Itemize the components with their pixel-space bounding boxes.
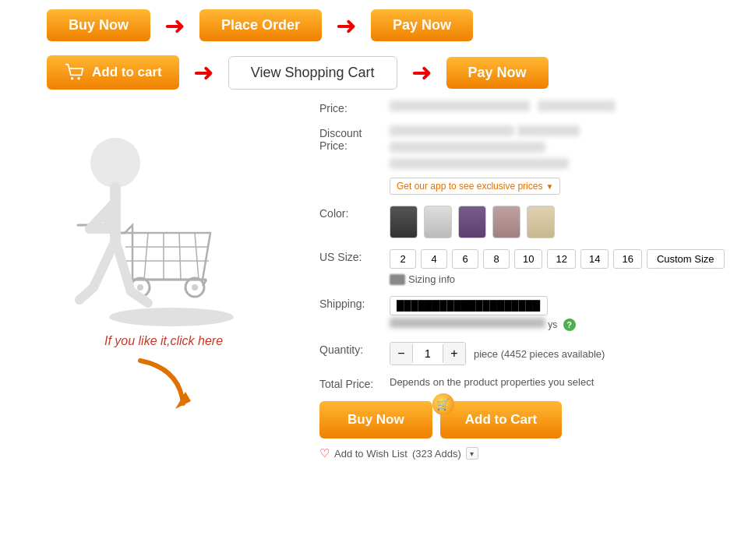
quantity-available: piece (4452 pieces available) <box>474 348 605 360</box>
action-buttons: Buy Now 🛒 Add to Cart <box>319 401 725 438</box>
total-price-label: Total Price: <box>319 376 390 390</box>
price-value <box>390 100 725 114</box>
wishlist-dropdown-icon[interactable]: ▾ <box>466 447 478 460</box>
add-to-cart-action-label: Add to Cart <box>465 412 538 427</box>
heart-icon: ♡ <box>319 446 330 460</box>
price-blurred-2 <box>538 100 616 111</box>
svg-line-23 <box>115 241 131 291</box>
wishlist-label: Add to Wish List <box>334 448 408 460</box>
size-2[interactable]: 2 <box>390 249 416 269</box>
cart-bubble-icon: 🛒 <box>432 393 454 415</box>
svg-line-3 <box>144 233 148 280</box>
shipping-row: Shipping: ████████████████████ ys ? <box>319 296 725 331</box>
svg-point-1 <box>77 77 79 79</box>
svg-line-24 <box>131 291 148 303</box>
click-here-label: If you like it,click here <box>23 334 304 348</box>
left-panel: If you like it,click here <box>23 100 304 460</box>
size-label: US Size: <box>319 249 390 263</box>
svg-line-6 <box>195 233 199 280</box>
size-grid: 2 4 6 8 10 12 14 16 Custom Size <box>390 249 725 269</box>
sizing-info-link[interactable]: Sizing info <box>390 273 725 285</box>
price-row: Price: <box>319 100 725 114</box>
total-price-row: Total Price: Depends on the product prop… <box>319 376 725 390</box>
quantity-input[interactable] <box>412 344 443 363</box>
size-8[interactable]: 8 <box>483 249 510 269</box>
arrow-3: ➜ <box>193 60 214 85</box>
disc-blurred-3 <box>390 142 545 153</box>
svg-point-13 <box>192 284 198 291</box>
color-row: Color: <box>319 206 725 238</box>
color-swatch-4[interactable] <box>492 206 520 238</box>
shopping-figure-illustration <box>47 100 280 326</box>
size-10[interactable]: 10 <box>514 249 542 269</box>
price-blurred-1 <box>390 100 530 111</box>
click-arrow <box>23 353 304 418</box>
color-label: Color: <box>319 206 390 220</box>
total-price-text: Depends on the product properties you se… <box>390 376 594 388</box>
disc-blurred-2 <box>517 125 580 136</box>
svg-point-2 <box>109 308 234 326</box>
add-to-cart-flow-label: Add to cart <box>92 65 162 80</box>
disc-blurred-4 <box>390 158 569 169</box>
discount-price-row: Discount Price: Get our app to see exclu… <box>319 125 725 195</box>
color-swatch-2[interactable] <box>424 206 452 238</box>
arrow-1: ➜ <box>164 13 185 38</box>
shipping-label: Shipping: <box>319 296 390 310</box>
custom-size-button[interactable]: Custom Size <box>647 249 725 269</box>
quantity-value: − + piece (4452 pieces available) <box>390 342 725 365</box>
buy-now-action-button[interactable]: Buy Now <box>319 401 432 438</box>
svg-line-21 <box>94 241 115 287</box>
quantity-label: Quantity: <box>319 342 390 356</box>
size-6[interactable]: 6 <box>452 249 478 269</box>
size-12[interactable]: 12 <box>547 249 575 269</box>
figure-container <box>47 100 280 326</box>
quantity-decrease[interactable]: − <box>390 343 412 365</box>
size-row: US Size: 2 4 6 8 10 12 14 16 Custom Size… <box>319 249 725 285</box>
buy-now-top-button[interactable]: Buy Now <box>47 9 150 41</box>
size-4[interactable]: 4 <box>421 249 447 269</box>
sizing-info-label: Sizing info <box>408 273 455 285</box>
color-swatch-1[interactable] <box>390 206 418 238</box>
shipping-blurred-text <box>390 318 545 328</box>
shipping-subtext: ys ? <box>390 318 725 331</box>
svg-line-5 <box>179 233 181 280</box>
wishlist-count: (323 Adds) <box>412 448 461 460</box>
cart-icon <box>64 63 86 82</box>
quantity-row: Quantity: − + piece (4452 pieces availab… <box>319 342 725 365</box>
place-order-button[interactable]: Place Order <box>199 9 322 41</box>
arrow-2: ➜ <box>336 13 357 38</box>
size-14[interactable]: 14 <box>580 249 609 269</box>
main-content: If you like it,click here Price: Discoun… <box>0 100 748 460</box>
add-to-cart-action-button[interactable]: 🛒 Add to Cart <box>440 401 563 438</box>
shipping-days: ys <box>548 319 557 330</box>
second-flow-bar: Add to cart ➜ View Shopping Cart ➜ Pay N… <box>0 51 748 100</box>
svg-point-12 <box>137 284 143 291</box>
svg-point-0 <box>71 77 73 79</box>
pay-now-second-button[interactable]: Pay Now <box>446 57 549 89</box>
add-to-cart-flow-button[interactable]: Add to cart <box>47 55 179 90</box>
right-panel: Price: Discount Price: <box>304 100 725 460</box>
color-swatch-3[interactable] <box>458 206 486 238</box>
svg-point-16 <box>90 138 140 188</box>
disc-blurred-1 <box>390 125 514 136</box>
top-flow-bar: Buy Now ➜ Place Order ➜ Pay Now <box>0 0 748 51</box>
sizing-info-icon <box>390 274 405 285</box>
quantity-increase[interactable]: + <box>443 343 465 365</box>
discount-value: Get our app to see exclusive prices <box>390 125 725 195</box>
price-label: Price: <box>319 100 390 114</box>
size-value: 2 4 6 8 10 12 14 16 Custom Size Sizing i… <box>390 249 725 285</box>
shipping-value: ████████████████████ ys ? <box>390 296 725 331</box>
quantity-control: − + <box>390 342 466 365</box>
shipping-help-icon[interactable]: ? <box>563 319 576 331</box>
svg-line-22 <box>79 287 94 300</box>
app-price-button[interactable]: Get our app to see exclusive prices <box>390 178 560 195</box>
color-swatch-5[interactable] <box>527 206 555 238</box>
shipping-dropdown[interactable]: ████████████████████ <box>390 296 548 315</box>
wishlist-row[interactable]: ♡ Add to Wish List (323 Adds) ▾ <box>319 446 725 460</box>
discount-label: Discount Price: <box>319 125 390 152</box>
color-swatches <box>390 206 555 238</box>
size-16[interactable]: 16 <box>613 249 641 269</box>
view-shopping-cart-button[interactable]: View Shopping Cart <box>228 56 397 90</box>
pay-now-top-button[interactable]: Pay Now <box>371 9 473 41</box>
arrow-4: ➜ <box>411 60 432 85</box>
